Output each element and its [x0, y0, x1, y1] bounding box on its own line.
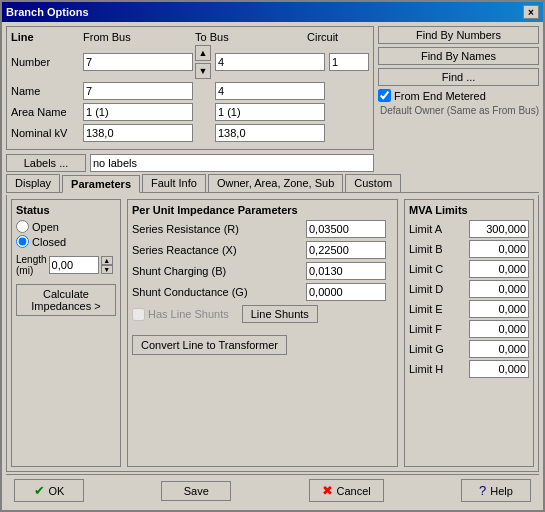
- area-to-input[interactable]: [215, 103, 325, 121]
- tab-owner-area[interactable]: Owner, Area, Zone, Sub: [208, 174, 343, 192]
- from-end-metered-label: From End Metered: [394, 90, 486, 102]
- length-spinner[interactable]: ▲ ▼: [101, 256, 113, 274]
- series-x-input[interactable]: [306, 241, 386, 259]
- mva-value-0[interactable]: [469, 220, 529, 238]
- open-label: Open: [32, 221, 59, 233]
- series-r-input[interactable]: [306, 220, 386, 238]
- kv-to-input[interactable]: [215, 124, 325, 142]
- help-button[interactable]: ? Help: [461, 479, 531, 502]
- open-radio[interactable]: [16, 220, 29, 233]
- convert-line-button[interactable]: Convert Line to Transformer: [132, 335, 287, 355]
- shunt-b-input[interactable]: [306, 262, 386, 280]
- area-name-label: Area Name: [11, 106, 81, 118]
- tab-display[interactable]: Display: [6, 174, 60, 192]
- mva-row: Limit G: [409, 340, 529, 358]
- mva-label-3: Limit D: [409, 283, 443, 295]
- tab-custom[interactable]: Custom: [345, 174, 401, 192]
- impedance-group: Per Unit Impedance Parameters Series Res…: [127, 199, 398, 467]
- nominal-kv-label: Nominal kV: [11, 127, 81, 139]
- impedance-title: Per Unit Impedance Parameters: [132, 204, 393, 216]
- title-bar: Branch Options ×: [2, 2, 543, 22]
- name-to-input[interactable]: [215, 82, 325, 100]
- line-label: Line: [11, 31, 81, 43]
- length-down-btn[interactable]: ▼: [101, 265, 113, 274]
- mva-value-3[interactable]: [469, 280, 529, 298]
- mva-value-4[interactable]: [469, 300, 529, 318]
- tabs-row: Display Parameters Fault Info Owner, Are…: [6, 174, 539, 193]
- mva-value-7[interactable]: [469, 360, 529, 378]
- window-title: Branch Options: [6, 6, 89, 18]
- name-label: Name: [11, 85, 81, 97]
- status-title: Status: [16, 204, 116, 216]
- find-button[interactable]: Find ...: [378, 68, 539, 86]
- tab-parameters[interactable]: Parameters: [62, 175, 140, 193]
- length-input[interactable]: [49, 256, 99, 274]
- close-button[interactable]: ×: [523, 5, 539, 19]
- mva-label-1: Limit B: [409, 243, 443, 255]
- cancel-label: Cancel: [337, 485, 371, 497]
- mva-row: Limit H: [409, 360, 529, 378]
- circuit-input[interactable]: [329, 53, 369, 71]
- number-from-input[interactable]: [83, 53, 193, 71]
- help-icon: ?: [479, 483, 486, 498]
- kv-from-input[interactable]: [83, 124, 193, 142]
- tab-content: Status Open Closed Length(mi) ▲: [6, 195, 539, 472]
- mva-limits-group: MVA Limits Limit A Limit B Limit C Limit…: [404, 199, 534, 467]
- default-owner-label: Default Owner (Same as From Bus): [378, 105, 539, 116]
- mva-row: Limit D: [409, 280, 529, 298]
- cancel-icon: ✖: [322, 483, 333, 498]
- from-end-metered-checkbox[interactable]: [378, 89, 391, 102]
- bottom-bar: ✔ OK Save ✖ Cancel ? Help: [6, 474, 539, 506]
- mva-value-1[interactable]: [469, 240, 529, 258]
- mva-row: Limit A: [409, 220, 529, 238]
- number-up-btn[interactable]: ▲: [195, 45, 211, 61]
- length-up-btn[interactable]: ▲: [101, 256, 113, 265]
- to-bus-header: To Bus: [195, 31, 305, 43]
- mva-row: Limit F: [409, 320, 529, 338]
- mva-label-6: Limit G: [409, 343, 444, 355]
- find-by-numbers-button[interactable]: Find By Numbers: [378, 26, 539, 44]
- area-from-input[interactable]: [83, 103, 193, 121]
- ok-icon: ✔: [34, 483, 45, 498]
- line-shunts-button[interactable]: Line Shunts: [242, 305, 318, 323]
- has-line-shunts-checkbox[interactable]: [132, 308, 145, 321]
- has-shunts-label: Has Line Shunts: [148, 308, 229, 320]
- mva-value-6[interactable]: [469, 340, 529, 358]
- ok-label: OK: [49, 485, 65, 497]
- calculate-impedances-button[interactable]: CalculateImpedances >: [16, 284, 116, 316]
- status-group: Status Open Closed Length(mi) ▲: [11, 199, 121, 467]
- help-label: Help: [490, 485, 513, 497]
- mva-label-4: Limit E: [409, 303, 443, 315]
- length-label: Length(mi): [16, 254, 47, 276]
- number-down-btn[interactable]: ▼: [195, 63, 211, 79]
- save-label: Save: [184, 485, 209, 497]
- save-button[interactable]: Save: [161, 481, 231, 501]
- mva-label-2: Limit C: [409, 263, 443, 275]
- branch-options-window: Branch Options × Line From Bus To Bus Ci…: [0, 0, 545, 512]
- mva-label-7: Limit H: [409, 363, 443, 375]
- series-r-label: Series Resistance (R): [132, 223, 302, 235]
- number-label: Number: [11, 56, 81, 68]
- mva-value-5[interactable]: [469, 320, 529, 338]
- labels-input[interactable]: [90, 154, 374, 172]
- from-bus-header: From Bus: [83, 31, 193, 43]
- shunt-g-label: Shunt Conductance (G): [132, 286, 302, 298]
- shunt-b-label: Shunt Charging (B): [132, 265, 302, 277]
- ok-button[interactable]: ✔ OK: [14, 479, 84, 502]
- mva-title: MVA Limits: [409, 204, 529, 216]
- shunt-g-input[interactable]: [306, 283, 386, 301]
- closed-radio[interactable]: [16, 235, 29, 248]
- mva-label-0: Limit A: [409, 223, 442, 235]
- cancel-button[interactable]: ✖ Cancel: [309, 479, 384, 502]
- labels-button[interactable]: Labels ...: [6, 154, 86, 172]
- mva-row: Limit E: [409, 300, 529, 318]
- name-from-input[interactable]: [83, 82, 193, 100]
- find-by-names-button[interactable]: Find By Names: [378, 47, 539, 65]
- mva-row: Limit C: [409, 260, 529, 278]
- mva-row: Limit B: [409, 240, 529, 258]
- series-x-label: Series Reactance (X): [132, 244, 302, 256]
- tab-fault-info[interactable]: Fault Info: [142, 174, 206, 192]
- number-to-input[interactable]: [215, 53, 325, 71]
- mva-value-2[interactable]: [469, 260, 529, 278]
- circuit-header: Circuit: [307, 31, 347, 43]
